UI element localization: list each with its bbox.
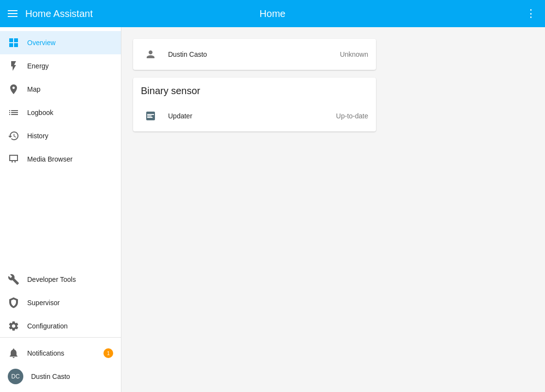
layout: Overview Energy Map Log — [0, 27, 545, 392]
page-title: Home — [259, 8, 285, 19]
overview-icon — [8, 37, 19, 49]
sidebar-item-notifications[interactable]: Notifications 1 — [0, 342, 121, 365]
sidebar-label-configuration: Configuration — [27, 322, 68, 330]
sidebar-label-supervisor: Supervisor — [27, 299, 60, 307]
top-header: Home Assistant Home ⋮ — [0, 0, 545, 27]
sidebar-label-overview: Overview — [27, 39, 55, 47]
notification-badge: 1 — [103, 348, 113, 358]
svg-rect-1 — [147, 114, 154, 115]
updater-state: Up-to-date — [336, 112, 368, 120]
person-card-row[interactable]: Dustin Casto Unknown — [133, 39, 376, 70]
header-left: Home Assistant — [8, 8, 93, 19]
energy-icon — [8, 60, 19, 72]
sidebar-bottom: Notifications 1 DC Dustin Casto — [0, 337, 121, 392]
binary-sensor-card: Binary sensor Updater Up-to-date — [133, 78, 376, 131]
developer-tools-icon — [8, 274, 19, 285]
sidebar-label-media-browser: Media Browser — [27, 155, 72, 163]
sidebar: Overview Energy Map Log — [0, 27, 121, 392]
avatar: DC — [8, 369, 23, 384]
person-state: Unknown — [340, 50, 368, 58]
sidebar-item-configuration[interactable]: Configuration — [0, 314, 121, 337]
sidebar-label-notifications: Notifications — [27, 349, 64, 357]
sidebar-label-developer-tools: Developer Tools — [27, 276, 76, 283]
configuration-icon — [8, 320, 19, 332]
sidebar-label-map: Map — [27, 85, 40, 93]
sidebar-label-history: History — [27, 132, 49, 140]
media-browser-icon — [8, 153, 19, 165]
sidebar-label-user: Dustin Casto — [31, 373, 70, 380]
svg-rect-3 — [147, 117, 153, 118]
sidebar-item-map[interactable]: Map — [0, 78, 121, 101]
person-name: Dustin Casto — [168, 50, 332, 58]
supervisor-icon — [8, 297, 19, 309]
sidebar-item-developer-tools[interactable]: Developer Tools — [0, 268, 121, 291]
sidebar-label-energy: Energy — [27, 62, 49, 70]
sidebar-spacer — [0, 171, 121, 268]
more-options-button[interactable]: ⋮ — [526, 7, 537, 20]
sidebar-label-logbook: Logbook — [27, 109, 53, 116]
updater-name: Updater — [168, 112, 328, 120]
notifications-icon — [8, 347, 19, 359]
logbook-icon — [8, 107, 19, 118]
map-icon — [8, 83, 19, 95]
sidebar-item-logbook[interactable]: Logbook — [0, 101, 121, 124]
sidebar-item-overview[interactable]: Overview — [0, 31, 121, 54]
sidebar-nav: Overview Energy Map Log — [0, 27, 121, 337]
sidebar-item-user[interactable]: DC Dustin Casto — [0, 365, 121, 388]
sidebar-item-media-browser[interactable]: Media Browser — [0, 147, 121, 171]
hamburger-icon[interactable] — [8, 10, 17, 17]
sidebar-item-history[interactable]: History — [0, 124, 121, 147]
main-content: Dustin Casto Unknown Binary sensor Updat… — [121, 27, 545, 392]
sidebar-item-energy[interactable]: Energy — [0, 54, 121, 78]
updater-card-row[interactable]: Updater Up-to-date — [133, 100, 376, 131]
person-card: Dustin Casto Unknown — [133, 39, 376, 70]
history-icon — [8, 130, 19, 142]
app-title: Home Assistant — [25, 8, 93, 19]
updater-icon — [141, 106, 160, 126]
sidebar-item-supervisor[interactable]: Supervisor — [0, 291, 121, 314]
binary-sensor-card-title: Binary sensor — [133, 78, 376, 100]
svg-rect-2 — [147, 115, 152, 116]
person-icon — [141, 45, 160, 64]
